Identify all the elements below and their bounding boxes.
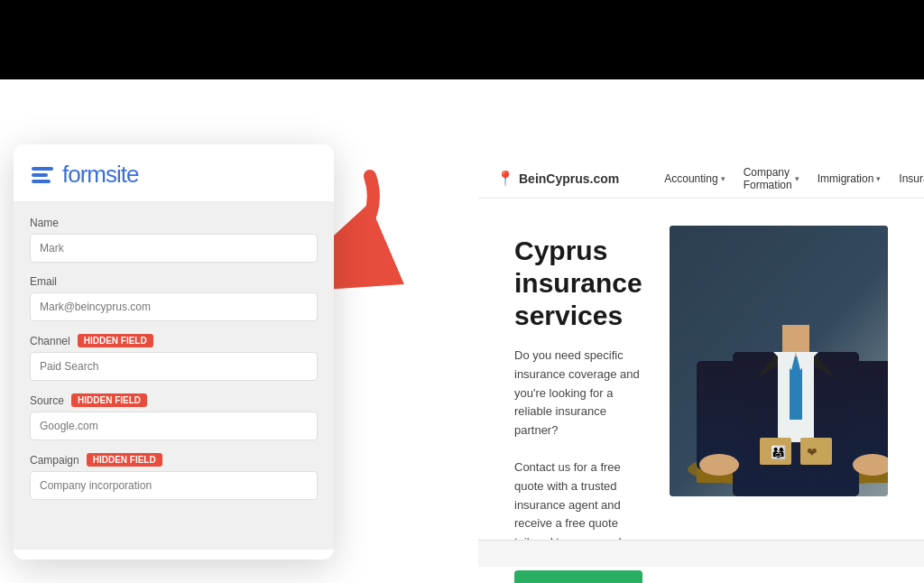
email-label-row: Email	[30, 275, 318, 288]
form-card: formsite Name Email Channel HIDDEN FIELD	[14, 144, 334, 560]
svg-rect-6	[697, 361, 742, 469]
form-header: formsite	[14, 144, 334, 202]
black-background	[0, 0, 924, 79]
channel-hidden-badge: HIDDEN FIELD	[78, 334, 153, 347]
svg-rect-14	[782, 325, 809, 356]
campaign-hidden-badge: HIDDEN FIELD	[87, 453, 162, 467]
nav-immigration[interactable]: Immigration ▾	[818, 172, 882, 185]
source-label-row: Source HIDDEN FIELD	[30, 393, 318, 407]
logo-text: BeinCyprus.com	[519, 171, 619, 186]
nav-accounting[interactable]: Accounting ▾	[664, 172, 725, 185]
channel-input[interactable]	[30, 352, 318, 381]
name-field: Name	[30, 217, 318, 263]
svg-text:👨‍👩‍👧: 👨‍👩‍👧	[771, 445, 787, 460]
nav-links: Accounting ▾ Company Formation ▾ Immigra…	[664, 166, 924, 191]
nav-company-formation[interactable]: Company Formation ▾	[744, 166, 799, 191]
source-input[interactable]	[30, 412, 318, 440]
name-input[interactable]	[30, 234, 318, 263]
nav-insurance[interactable]: Insurance ▾	[899, 172, 924, 185]
source-hidden-badge: HIDDEN FIELD	[71, 393, 147, 407]
channel-label-row: Channel HIDDEN FIELD	[30, 334, 318, 347]
website-container: 📍 BeinCyprus.com Accounting ▾ Company Fo…	[239, 79, 924, 583]
email-label: Email	[30, 275, 57, 288]
source-label: Source	[30, 394, 64, 407]
campaign-input[interactable]	[30, 471, 318, 500]
svg-point-8	[699, 454, 739, 476]
hero-content: Cyprus insurance services Do you need sp…	[514, 226, 642, 532]
logo-pin-icon: 📍	[496, 170, 514, 187]
icon-line-3	[32, 180, 51, 183]
nav-bar: 📍 BeinCyprus.com Accounting ▾ Company Fo…	[478, 159, 924, 199]
chevron-down-icon: ▾	[721, 174, 725, 183]
formsite-logo-text: formsite	[62, 161, 138, 189]
hero-desc2: Contact us for a free quote with a trust…	[514, 458, 642, 552]
svg-rect-7	[850, 361, 888, 469]
campaign-field: Campaign HIDDEN FIELD	[30, 453, 318, 500]
campaign-label: Campaign	[30, 454, 79, 467]
email-input[interactable]	[30, 292, 318, 321]
bottom-strip	[478, 540, 924, 567]
campaign-label-row: Campaign HIDDEN FIELD	[30, 453, 318, 467]
icon-line-1	[32, 167, 53, 171]
svg-text:❤: ❤	[807, 445, 818, 459]
name-label: Name	[30, 217, 59, 229]
hero-image: 👨‍👩‍👧 ❤	[670, 226, 888, 496]
hero-desc1: Do you need specific insurance coverage …	[514, 347, 642, 440]
chevron-down-icon: ▾	[876, 174, 881, 183]
hero-title: Cyprus insurance services	[514, 235, 642, 332]
form-body: Name Email Channel HIDDEN FIELD Source H…	[14, 202, 334, 550]
email-field: Email	[30, 275, 318, 321]
get-quote-button[interactable]: 🛡 Get a free quote	[514, 570, 642, 583]
site-logo[interactable]: 📍 BeinCyprus.com	[496, 170, 619, 187]
name-label-row: Name	[30, 217, 318, 229]
channel-label: Channel	[30, 335, 70, 347]
channel-field: Channel HIDDEN FIELD	[30, 334, 318, 381]
hero-section: Cyprus insurance services Do you need sp…	[478, 199, 924, 560]
formsite-icon	[32, 167, 53, 183]
source-field: Source HIDDEN FIELD	[30, 393, 318, 440]
chevron-down-icon: ▾	[795, 174, 799, 183]
icon-line-2	[32, 173, 48, 177]
